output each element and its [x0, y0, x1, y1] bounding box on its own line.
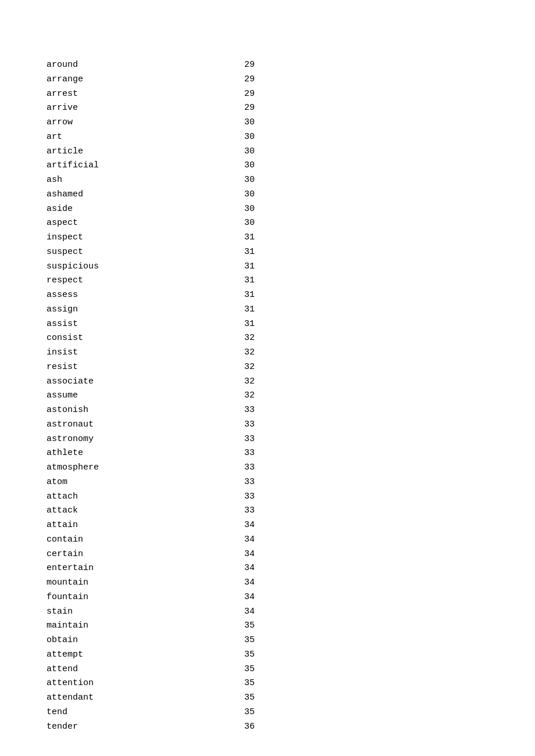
table-row: inspect31 [47, 231, 488, 245]
table-row: astronaut33 [47, 418, 488, 432]
word-term: obtain [47, 633, 244, 648]
word-term: insist [47, 346, 244, 360]
table-row: insist32 [47, 346, 488, 360]
word-page: 30 [244, 173, 279, 188]
word-page: 35 [244, 648, 279, 662]
word-page: 31 [244, 245, 279, 260]
word-page: 31 [244, 274, 279, 288]
word-term: tender [47, 720, 244, 734]
word-term: attend [47, 662, 244, 677]
table-row: attendant35 [47, 691, 488, 705]
word-page: 34 [244, 518, 279, 533]
word-page: 30 [244, 188, 279, 202]
word-term: attach [47, 490, 244, 504]
word-page: 33 [244, 504, 279, 518]
table-row: attack33 [47, 504, 488, 518]
word-page: 32 [244, 360, 279, 375]
word-term: assess [47, 288, 244, 303]
word-list: around29arrange29arrest29arrive29arrow30… [47, 58, 488, 734]
word-term: assume [47, 389, 244, 403]
table-row: consist32 [47, 331, 488, 346]
word-page: 33 [244, 446, 279, 461]
word-term: maintain [47, 619, 244, 633]
word-term: assign [47, 303, 244, 317]
word-term: attack [47, 504, 244, 518]
word-term: aspect [47, 216, 244, 231]
table-row: suspicious31 [47, 260, 488, 274]
word-term: astronomy [47, 432, 244, 447]
table-row: certain34 [47, 547, 488, 562]
word-page: 29 [244, 58, 279, 73]
table-row: attention35 [47, 676, 488, 691]
word-term: respect [47, 274, 244, 288]
word-term: attendant [47, 691, 244, 705]
table-row: aside30 [47, 202, 488, 217]
word-page: 35 [244, 662, 279, 677]
table-row: assess31 [47, 288, 488, 303]
table-row: athlete33 [47, 446, 488, 461]
table-row: tender36 [47, 720, 488, 734]
word-term: atom [47, 475, 244, 490]
word-term: inspect [47, 231, 244, 245]
table-row: atmosphere33 [47, 461, 488, 475]
word-page: 30 [244, 159, 279, 173]
table-row: assign31 [47, 303, 488, 317]
table-row: arrest29 [47, 87, 488, 102]
word-page: 32 [244, 389, 279, 403]
table-row: assume32 [47, 389, 488, 403]
word-page: 33 [244, 418, 279, 432]
word-page: 35 [244, 619, 279, 633]
word-term: athlete [47, 446, 244, 461]
word-term: stain [47, 605, 244, 619]
word-term: aside [47, 202, 244, 217]
word-page: 33 [244, 475, 279, 490]
word-page: 31 [244, 288, 279, 303]
word-term: arrest [47, 87, 244, 102]
word-page: 31 [244, 231, 279, 245]
table-row: article30 [47, 145, 488, 159]
table-row: suspect31 [47, 245, 488, 260]
word-page: 31 [244, 260, 279, 274]
word-page: 31 [244, 303, 279, 317]
table-row: contain34 [47, 533, 488, 547]
word-term: around [47, 58, 244, 73]
table-row: fountain34 [47, 590, 488, 605]
word-page: 30 [244, 130, 279, 145]
word-page: 34 [244, 576, 279, 590]
table-row: arrive29 [47, 101, 488, 116]
word-term: attempt [47, 648, 244, 662]
table-row: attend35 [47, 662, 488, 677]
word-term: associate [47, 375, 244, 389]
word-term: consist [47, 331, 244, 346]
word-page: 35 [244, 633, 279, 648]
word-term: atmosphere [47, 461, 244, 475]
word-page: 35 [244, 705, 279, 720]
table-row: arrow30 [47, 116, 488, 130]
word-page: 32 [244, 375, 279, 389]
word-page: 29 [244, 73, 279, 87]
word-page: 32 [244, 346, 279, 360]
table-row: atom33 [47, 475, 488, 490]
table-row: resist32 [47, 360, 488, 375]
table-row: mountain34 [47, 576, 488, 590]
word-term: arrow [47, 116, 244, 130]
word-page: 34 [244, 547, 279, 562]
table-row: maintain35 [47, 619, 488, 633]
word-term: suspect [47, 245, 244, 260]
word-term: arrange [47, 73, 244, 87]
table-row: around29 [47, 58, 488, 73]
table-row: art30 [47, 130, 488, 145]
word-term: entertain [47, 561, 244, 576]
table-row: assist31 [47, 317, 488, 332]
table-row: ash30 [47, 173, 488, 188]
word-page: 30 [244, 202, 279, 217]
table-row: attach33 [47, 490, 488, 504]
word-page: 33 [244, 461, 279, 475]
table-row: astronomy33 [47, 432, 488, 447]
table-row: attain34 [47, 518, 488, 533]
table-row: tend35 [47, 705, 488, 720]
word-term: resist [47, 360, 244, 375]
table-row: obtain35 [47, 633, 488, 648]
word-term: attention [47, 676, 244, 691]
word-term: arrive [47, 101, 244, 116]
